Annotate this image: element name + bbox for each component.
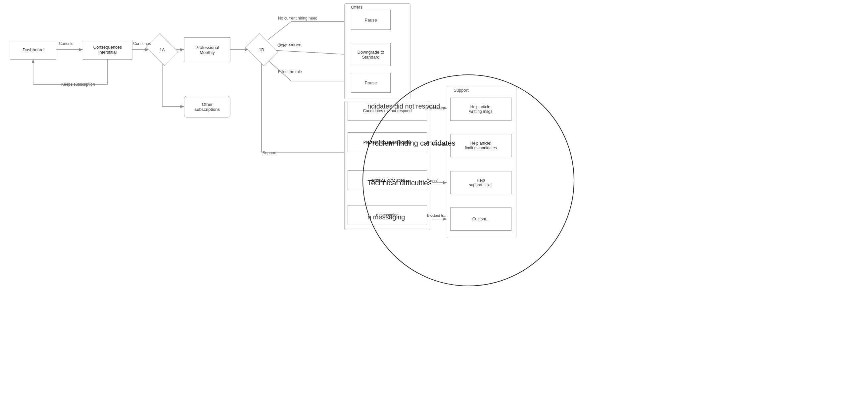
dashboard-label: Dashboard <box>23 47 44 52</box>
to-expensive-label: To expensive <box>278 42 301 47</box>
blocked-edge-label: Blocked fr... <box>427 214 446 217</box>
keeps-label: Keeps subscription <box>61 82 95 87</box>
diamond-1a-node: 1A <box>149 40 176 60</box>
downgrade-label: Downgrade toStandard <box>358 50 384 60</box>
consequences-node: Consequencesinterstitial <box>83 40 132 60</box>
help-writing-node: Help article:writting msgs <box>450 98 512 121</box>
candidates-no-respond-label: Candidates did not respond <box>363 108 412 113</box>
blocked-messaging-node: n messaging <box>348 205 427 225</box>
candidates-edge-label: Candidates <box>427 106 445 110</box>
problem-finding-label: Problem finding candidates <box>364 140 411 145</box>
professional-monthly-node: ProfessionalMonthly <box>184 37 230 62</box>
tech-edge-label: Techni... <box>427 179 441 183</box>
help-support-ticket-node: Helpsupport ticket <box>450 171 512 194</box>
technical-difficulties-label: Technical difficulties <box>370 178 405 183</box>
no-current-label: No current hiring need <box>278 16 317 21</box>
diamond-1b-label: 1B <box>259 47 264 52</box>
candidates-no-respond-node: Candidates did not respond <box>348 101 427 121</box>
help-writing-label: Help article:writting msgs <box>469 104 492 114</box>
pause-top-node: Pause <box>351 10 391 30</box>
dashboard-node: Dashboard <box>10 40 56 60</box>
help-finding-node: Help article:finding candidates <box>450 134 512 157</box>
consequences-label: Consequencesinterstitial <box>93 45 122 55</box>
cancels-label: Cancels <box>59 41 73 46</box>
help-support-ticket-label: Helpsupport ticket <box>469 178 493 187</box>
custom-node: Custom... <box>450 208 512 231</box>
professional-monthly-label: ProfessionalMonthly <box>195 45 219 55</box>
diamond-1b-node: 1B <box>248 40 275 60</box>
pause-bottom-node: Pause <box>351 73 391 93</box>
help-finding-label: Help article:finding candidates <box>465 141 497 150</box>
technical-difficulties-node: Technical difficulties <box>348 170 427 190</box>
problem-finding-node: Problem finding candidates <box>348 132 427 152</box>
other-subscriptions-node: Othersubscriptions <box>184 96 230 118</box>
filled-role-label: Filled the role <box>278 69 302 74</box>
continues-label: Continues <box>133 41 151 46</box>
prob-edge-label: Proble... <box>427 140 441 145</box>
pause-bottom-label: Pause <box>365 81 377 85</box>
blocked-messaging-label: n messaging <box>376 213 399 217</box>
downgrade-node: Downgrade toStandard <box>351 43 391 66</box>
pause-top-label: Pause <box>365 18 377 23</box>
support-arrow-label: Support <box>262 151 276 155</box>
diamond-1a-label: 1A <box>160 47 165 52</box>
other-subscriptions-label: Othersubscriptions <box>195 102 220 112</box>
custom-label: Custom... <box>472 217 489 221</box>
support-right-label: Support <box>454 88 469 93</box>
offers-group-label: Offers <box>351 5 363 9</box>
